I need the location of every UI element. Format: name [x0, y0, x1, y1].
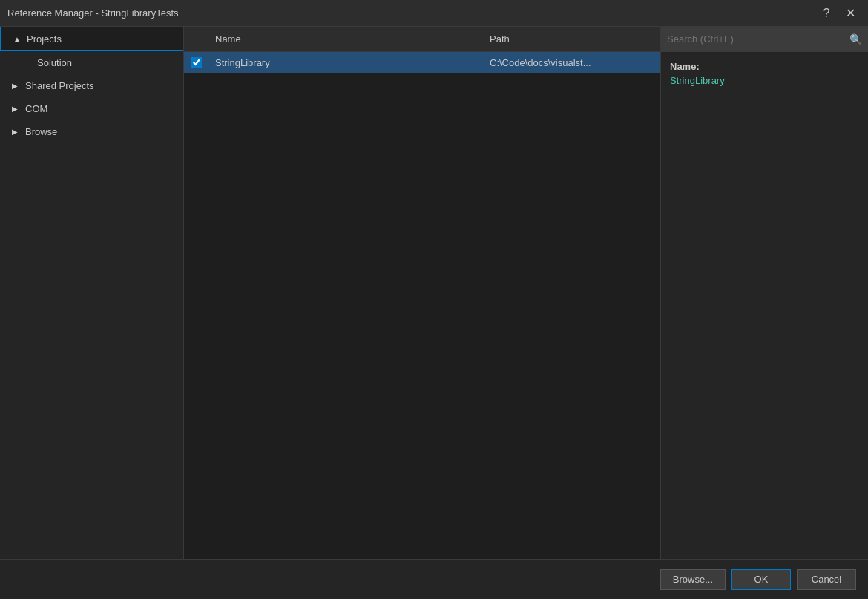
sidebar-item-label-com: COM — [25, 103, 47, 114]
col-header-path: Path — [484, 33, 660, 45]
sidebar-item-solution[interactable]: Solution — [0, 51, 183, 74]
ok-button[interactable]: OK — [731, 569, 791, 590]
title-text: Reference Manager - StringLibraryTests — [7, 7, 179, 19]
chevron-icon-shared: ▶ — [12, 82, 21, 90]
sidebar-item-shared-projects[interactable]: ▶ Shared Projects — [0, 74, 183, 97]
title-bar-left: Reference Manager - StringLibraryTests — [7, 7, 179, 19]
chevron-icon-browse: ▶ — [12, 128, 21, 136]
row-checkbox-cell[interactable] — [184, 57, 209, 68]
chevron-icon-com: ▶ — [12, 105, 21, 113]
table-header: Name Path — [184, 27, 660, 52]
sidebar-item-projects[interactable]: ▲ Projects — [0, 27, 183, 51]
search-input[interactable] — [667, 33, 845, 45]
row-name-cell: StringLibrary — [209, 57, 484, 68]
browse-button[interactable]: Browse... — [660, 569, 726, 590]
row-checkbox-input[interactable] — [191, 57, 202, 68]
sidebar-item-label-projects: Projects — [27, 33, 62, 45]
sidebar-item-label-shared: Shared Projects — [25, 80, 94, 91]
info-name-label: Name: — [670, 61, 859, 72]
close-button[interactable]: ✕ — [840, 3, 861, 24]
cancel-button[interactable]: Cancel — [797, 569, 856, 590]
table-body: StringLibrary C:\Code\docs\visualst... — [184, 52, 660, 559]
info-panel: 🔍 Name: StringLibrary — [660, 27, 868, 559]
table-row[interactable]: StringLibrary C:\Code\docs\visualst... — [184, 52, 660, 73]
info-content: Name: StringLibrary — [661, 52, 868, 95]
sidebar-item-label-browse: Browse — [25, 126, 57, 137]
help-button[interactable]: ? — [816, 3, 837, 24]
sidebar: ▲ Projects Solution ▶ Shared Projects ▶ … — [0, 27, 184, 559]
row-path-cell: C:\Code\docs\visualst... — [484, 57, 660, 68]
search-bar: 🔍 — [661, 27, 868, 52]
title-bar: Reference Manager - StringLibraryTests ?… — [0, 0, 868, 27]
main-area: Name Path StringLibrary C:\Code\docs\vis… — [184, 27, 660, 559]
dialog-content: ▲ Projects Solution ▶ Shared Projects ▶ … — [0, 27, 868, 559]
chevron-icon-projects: ▲ — [13, 35, 22, 43]
sidebar-item-browse[interactable]: ▶ Browse — [0, 120, 183, 143]
sidebar-item-com[interactable]: ▶ COM — [0, 97, 183, 120]
col-header-name: Name — [209, 33, 484, 45]
title-bar-right: ? ✕ — [816, 3, 861, 24]
info-name-value: StringLibrary — [670, 75, 859, 86]
search-icon: 🔍 — [849, 33, 862, 45]
sidebar-item-label-solution: Solution — [37, 57, 72, 68]
bottom-bar: Browse... OK Cancel — [0, 559, 868, 599]
